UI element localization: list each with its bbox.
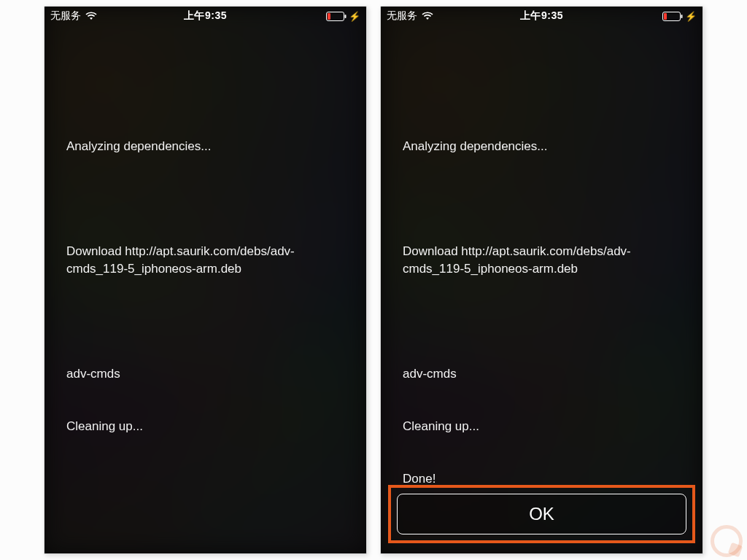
wifi-icon [422,12,433,20]
clock-label: 上午9:35 [184,9,227,23]
battery-low-icon [662,12,683,21]
watermark [711,525,743,557]
log-line: Analyzing dependencies... [66,138,344,155]
carrier-area: 无服务 [387,9,433,23]
log-blank [66,313,344,330]
svg-rect-1 [345,15,347,18]
console-log-left: Analyzing dependencies... Download http:… [66,103,344,470]
charging-icon: ⚡ [685,11,697,22]
status-bar: 无服务 上午9:35 ⚡ [44,7,366,26]
phone-right: 无服务 上午9:35 ⚡ [380,6,703,554]
comparison-stage: 无服务 上午9:35 ⚡ [44,6,703,554]
phone-left: 无服务 上午9:35 ⚡ [44,6,367,554]
log-line: Download http://apt.saurik.com/debs/adv-… [403,243,681,278]
log-line: adv-cmds [66,365,344,383]
log-line: Cleaning up... [403,418,681,435]
log-line: Analyzing dependencies... [403,138,681,155]
svg-rect-5 [664,13,667,20]
battery-low-icon [326,12,347,21]
log-blank [403,313,681,330]
svg-rect-2 [328,13,330,20]
status-right: ⚡ [662,11,697,22]
status-right: ⚡ [326,11,360,22]
status-bar: 无服务 上午9:35 ⚡ [381,7,703,26]
carrier-label: 无服务 [50,9,81,23]
svg-rect-4 [681,15,683,18]
ok-button[interactable]: OK [397,494,686,534]
log-blank [66,190,344,208]
log-blank [403,190,681,208]
console-log-right: Analyzing dependencies... Download http:… [403,103,681,523]
carrier-area: 无服务 [50,9,97,23]
ok-button-label: OK [529,504,554,524]
clock-label: 上午9:35 [520,9,563,23]
log-line: adv-cmds [403,365,681,383]
wifi-icon [85,12,97,20]
log-line: Download http://apt.saurik.com/debs/adv-… [66,243,344,278]
log-line: Cleaning up... [66,418,344,435]
charging-icon: ⚡ [349,11,360,22]
carrier-label: 无服务 [387,9,417,23]
ok-highlight-box: OK [388,485,695,543]
